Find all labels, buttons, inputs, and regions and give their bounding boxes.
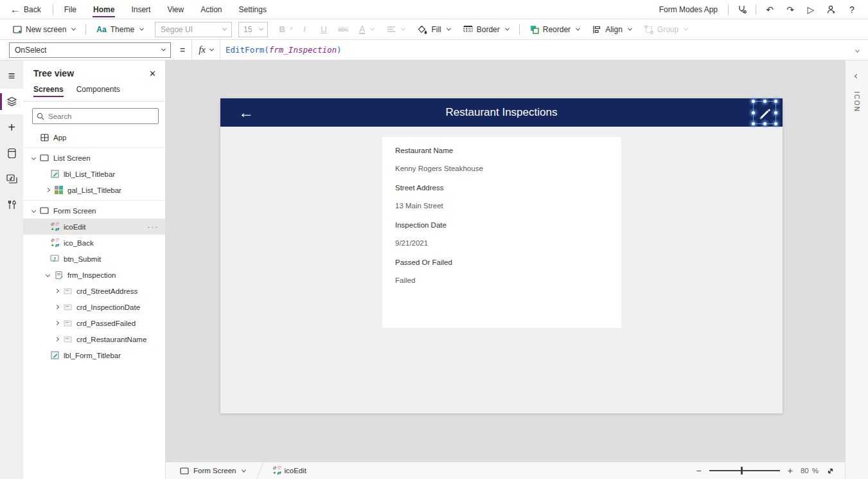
menu-home[interactable]: Home bbox=[85, 0, 123, 19]
tree-item-gal-list-titlebar[interactable]: gal_List_Titlebar bbox=[23, 182, 165, 198]
group-button[interactable]: Group bbox=[639, 21, 693, 38]
selection-handle[interactable] bbox=[763, 100, 766, 103]
edit-pencil-icon-selected[interactable] bbox=[753, 101, 776, 124]
font-size-select[interactable]: 15 bbox=[238, 22, 268, 37]
menu-items: File Home Insert View Action Settings bbox=[56, 0, 275, 19]
selection-handle[interactable] bbox=[774, 122, 777, 125]
field-value[interactable]: Failed bbox=[395, 276, 608, 284]
align-lines-icon bbox=[387, 26, 396, 33]
italic-button[interactable]: I bbox=[296, 21, 313, 38]
app-checker-icon[interactable] bbox=[732, 0, 752, 19]
form-field: Passed Or Failed Failed bbox=[395, 258, 608, 284]
menu-insert[interactable]: Insert bbox=[123, 0, 159, 19]
fill-button[interactable]: Fill bbox=[412, 21, 455, 38]
media-nav-icon[interactable] bbox=[0, 166, 23, 192]
tree-item-lbl-form-titlebar[interactable]: lbl_Form_Titlebar bbox=[23, 347, 165, 363]
expand-panel-chevron-icon[interactable] bbox=[855, 71, 858, 80]
formula-expand-chevron[interactable] bbox=[854, 46, 868, 55]
selection-handle[interactable] bbox=[774, 111, 777, 114]
selection-handle[interactable] bbox=[752, 122, 755, 125]
preview-play-icon[interactable]: ▷ bbox=[801, 0, 820, 19]
screen-selector[interactable]: Form Screen bbox=[166, 462, 254, 479]
border-grid-icon bbox=[463, 25, 473, 33]
tree-item-list-screen[interactable]: List Screen bbox=[23, 150, 165, 166]
field-value[interactable]: Kenny Rogers Steakhouse bbox=[395, 165, 608, 172]
field-value[interactable]: 13 Main Street bbox=[395, 202, 608, 210]
zoom-in-icon[interactable]: + bbox=[788, 465, 793, 476]
property-selector[interactable]: OnSelect bbox=[9, 42, 171, 58]
tree-item-crd-passedfailed[interactable]: crd_PassedFailed bbox=[23, 315, 165, 331]
text-align-button[interactable] bbox=[382, 21, 410, 38]
field-value[interactable]: 9/21/2021 bbox=[395, 239, 608, 247]
chevron-right-icon[interactable] bbox=[51, 321, 62, 325]
formula-input[interactable]: EditForm(frm_Inspection) bbox=[220, 45, 342, 55]
card-control-icon bbox=[62, 336, 73, 343]
tree-item-crd-streetaddress[interactable]: crd_StreetAddress bbox=[23, 283, 165, 299]
tree-item-btn-submit[interactable]: btn_Submit bbox=[23, 251, 165, 267]
fx-button[interactable]: fx bbox=[191, 40, 220, 60]
screen-titlebar[interactable]: ← Restaurant Inspections bbox=[220, 98, 783, 127]
new-screen-button[interactable]: New screen bbox=[8, 21, 80, 38]
border-button[interactable]: Border bbox=[458, 21, 514, 38]
chevron-down-icon bbox=[161, 47, 166, 51]
chevron-right-icon[interactable] bbox=[51, 338, 62, 341]
menu-file[interactable]: File bbox=[56, 0, 85, 19]
chevron-right-icon[interactable] bbox=[42, 188, 53, 192]
share-user-icon[interactable] bbox=[822, 0, 841, 19]
chevron-right-icon[interactable] bbox=[51, 289, 62, 293]
fit-to-window-icon[interactable] bbox=[826, 467, 835, 475]
zoom-out-icon[interactable]: − bbox=[696, 465, 702, 476]
reorder-button[interactable]: Reorder bbox=[525, 21, 585, 38]
tree-item-frm-inspection[interactable]: frm_Inspection bbox=[23, 267, 165, 283]
more-options-icon[interactable]: ··· bbox=[148, 223, 159, 231]
inspection-form[interactable]: Restaurant Name Kenny Rogers Steakhouse … bbox=[382, 137, 621, 328]
selection-handle[interactable] bbox=[752, 111, 755, 114]
insert-nav-icon[interactable]: + bbox=[0, 114, 23, 140]
close-icon[interactable]: ✕ bbox=[149, 69, 156, 78]
menu-action[interactable]: Action bbox=[192, 0, 230, 19]
tree-item-ico-back[interactable]: ⊘♡+⇄ ico_Back bbox=[23, 235, 165, 251]
zoom-slider[interactable] bbox=[709, 470, 780, 471]
tree-item-app[interactable]: App bbox=[23, 129, 165, 145]
powerapps-studio: ← Back File Home Insert View Action Sett… bbox=[0, 0, 868, 479]
bold-button[interactable]: B bbox=[277, 21, 294, 38]
strikethrough-button[interactable]: abc bbox=[335, 21, 351, 38]
tree-item-crd-restaurantname[interactable]: crd_RestaurantName bbox=[23, 331, 165, 347]
selection-handle[interactable] bbox=[774, 100, 777, 103]
zoom-slider-thumb[interactable] bbox=[741, 467, 743, 474]
selection-handle[interactable] bbox=[752, 100, 755, 103]
align-button[interactable]: Align bbox=[587, 21, 637, 38]
menu-view[interactable]: View bbox=[159, 0, 192, 19]
underline-button[interactable]: U bbox=[315, 21, 332, 38]
group-icon bbox=[644, 25, 653, 34]
menu-settings[interactable]: Settings bbox=[231, 0, 275, 19]
label-control-icon bbox=[49, 351, 60, 359]
tree-view-nav-icon[interactable] bbox=[0, 89, 23, 114]
data-nav-icon[interactable] bbox=[0, 140, 23, 166]
redo-icon[interactable]: ↷ bbox=[781, 0, 800, 19]
selection-handle[interactable] bbox=[763, 122, 766, 125]
advanced-tools-nav-icon[interactable] bbox=[0, 192, 23, 217]
form-screen-artboard[interactable]: ← Restaurant Inspections bbox=[220, 98, 783, 413]
selected-control-breadcrumb[interactable]: ⊘♡+⇄ icoEdit bbox=[265, 465, 313, 476]
tab-screens[interactable]: Screens bbox=[33, 85, 64, 96]
tree-item-icoedit[interactable]: ⊘♡+⇄ icoEdit ··· bbox=[23, 219, 165, 235]
chevron-down-icon[interactable] bbox=[28, 209, 39, 212]
chevron-down-icon[interactable] bbox=[28, 156, 39, 159]
back-arrow-icon: ← bbox=[10, 4, 20, 15]
tab-components[interactable]: Components bbox=[76, 85, 120, 96]
chevron-right-icon[interactable] bbox=[51, 305, 62, 309]
theme-button[interactable]: Aa Theme bbox=[91, 21, 148, 38]
tree-item-lbl-list-titlebar[interactable]: lbl_List_Titlebar bbox=[23, 166, 165, 182]
font-family-select[interactable]: Segoe UI bbox=[155, 22, 232, 37]
hamburger-menu-icon[interactable]: ≡ bbox=[0, 63, 23, 89]
font-color-button[interactable]: A bbox=[354, 21, 379, 38]
tree-item-crd-inspectiondate[interactable]: crd_InspectionDate bbox=[23, 299, 165, 315]
back-button[interactable]: ← Back bbox=[0, 4, 50, 15]
search-input[interactable] bbox=[48, 113, 154, 120]
chevron-down-icon[interactable] bbox=[42, 273, 53, 276]
tree-search[interactable] bbox=[32, 108, 159, 124]
undo-icon[interactable]: ↶ bbox=[760, 0, 779, 19]
help-icon[interactable]: ? bbox=[842, 0, 862, 19]
tree-item-form-screen[interactable]: Form Screen bbox=[23, 203, 165, 219]
